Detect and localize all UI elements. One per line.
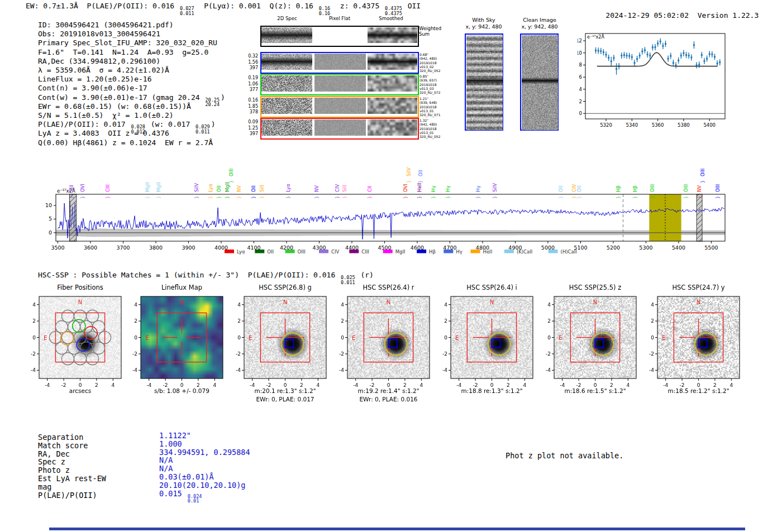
legend-label: (K)CaII [517, 249, 532, 255]
inset-svg: 02468101253205340536053805400e⁻¹⁷x2Å [578, 25, 752, 132]
emission-line-label: NV [697, 185, 702, 192]
selected-fiber-circle [77, 338, 89, 351]
emission-line-label: OIII [700, 169, 705, 176]
spec2d-right-meta: 20191018 [419, 105, 459, 109]
spec2d-image [314, 75, 366, 92]
y-tick-label: 0 [579, 111, 582, 116]
y-tick-label: 6 [579, 74, 582, 80]
legend-swatch [225, 250, 234, 253]
line-label-bracket: } [700, 180, 705, 183]
y-tick-label: 10 [578, 50, 582, 56]
cutout-caption: m:18.6 re:1.5" s:1.2" [537, 387, 653, 395]
cutout-title: HSC SSP(26.4) r [336, 284, 441, 291]
stat-uncertainty: 0.0240.01 [188, 494, 202, 504]
emission-line-label: SiII [342, 185, 347, 192]
fiber-circle [87, 353, 99, 365]
y-tick-label: 0 [32, 335, 36, 341]
line-label-bracket: } [260, 196, 265, 199]
legend-swatch [319, 250, 328, 253]
east-label: E [352, 335, 355, 341]
data-point [616, 68, 617, 70]
east-label: E [662, 335, 665, 341]
data-point [657, 42, 659, 44]
line-fit-inset-chart: 02468101253205340536053805400e⁻¹⁷x2Å [578, 25, 752, 132]
value-text: 0.03(±0.01)Å [159, 472, 214, 481]
x-tick-label: 5400 [672, 245, 685, 251]
spec2d-right-meta: 320_RU_052 [419, 135, 459, 138]
match-row-label: P(LAE)/P(OII) [38, 491, 155, 499]
emission-line-label: Hγ [445, 186, 451, 192]
text-segment: λ = 5359.06Å σ = 4.22(±1.02)Å [38, 66, 169, 74]
data-point [613, 57, 614, 59]
y-tick-label: 2 [547, 318, 551, 324]
data-point [600, 50, 602, 52]
line-label-bracket: } [446, 196, 451, 199]
cutout-overlay: -4-4-2-2002244NE [26, 291, 132, 394]
emission-line-label: OIII [715, 184, 721, 192]
north-label: N [180, 299, 184, 305]
data-point [633, 62, 635, 64]
x-tick-label: 5340 [626, 122, 638, 128]
emission-line-label: CIV [335, 184, 340, 192]
data-point [608, 57, 609, 59]
next-page-edge [49, 528, 745, 530]
spec2d-image [261, 27, 312, 43]
text-segment: ) [221, 93, 225, 102]
line-label-bracket: } [650, 196, 655, 199]
emission-line-label: Hγ [475, 186, 481, 192]
emission-line-label: OVI [80, 184, 85, 192]
line-label-bracket: } [716, 196, 721, 199]
y-tick-label: 0 [444, 335, 447, 341]
y-tick-label: 0 [134, 335, 137, 341]
lower-bound: 0.011 [180, 11, 194, 16]
legend-swatch [549, 250, 558, 253]
cutout-title: HSC SSP(26.4) i [440, 284, 544, 291]
selected-fiber-circle [60, 332, 73, 344]
y-tick-label: 8 [579, 62, 582, 68]
y-tick-label: 10 [45, 202, 52, 208]
y-tick-label: -2 [31, 351, 36, 357]
y-tick-label: 4 [237, 302, 241, 308]
line-label-bracket: } [194, 196, 199, 199]
flux-units-label: e⁻¹⁷x2Å [587, 33, 604, 40]
emission-line-label: OII [216, 185, 222, 192]
east-label: E [145, 335, 149, 341]
line-label-bracket: } [156, 196, 161, 199]
spec2d-right-meta: 20191018 [419, 83, 459, 87]
cutout-axes-box [244, 296, 326, 378]
text-segment: Cont(n) = 3.90(±0.06)e-17 [38, 84, 147, 92]
fiber-circle [93, 342, 105, 354]
legend-swatch [471, 250, 480, 253]
data-point [703, 60, 705, 62]
legend-label: HeII [483, 249, 493, 255]
emission-line-label: Hβ [632, 185, 638, 192]
y-tick-label: 4 [579, 87, 582, 92]
north-label: N [78, 299, 82, 305]
line-label-bracket: } [559, 196, 564, 199]
spec2d-left-stat: 1.25 [240, 126, 258, 131]
emission-line-label: CIII [105, 185, 111, 192]
legend-label: Hβ [429, 249, 436, 255]
data-point [605, 54, 607, 55]
sky-panel-title: With Sky [453, 17, 514, 23]
legend-label: OII [267, 249, 274, 255]
data-point [693, 44, 695, 46]
catalog-position-box [389, 339, 397, 348]
spec2d-right-meta: v013_01 [419, 131, 459, 135]
line-label-bracket: } [342, 196, 347, 199]
line-label-bracket: } [286, 196, 291, 199]
y-tick-label: 2 [134, 318, 137, 324]
data-point [665, 43, 666, 45]
spec2d-left-stat: 1.56 [240, 60, 258, 65]
stat-uncertainty: 0.160.16 [319, 6, 330, 16]
emission-line-label: OII [418, 170, 423, 176]
data-point [641, 51, 643, 52]
match-row-label: Match score [38, 441, 155, 449]
text-segment: P(Lyα): 0.001 Q(z): 0.16 [196, 2, 318, 10]
y-tick-label: -4 [649, 367, 654, 373]
y-tick-label: -4 [31, 367, 36, 373]
cutout-caption: s/b: 1.08 +/- 0.079 [124, 387, 240, 395]
y-tick-label: 2 [341, 318, 344, 324]
spec2d-image [368, 27, 417, 43]
report-date: 2024-12-29 05:02:02 [605, 11, 689, 20]
